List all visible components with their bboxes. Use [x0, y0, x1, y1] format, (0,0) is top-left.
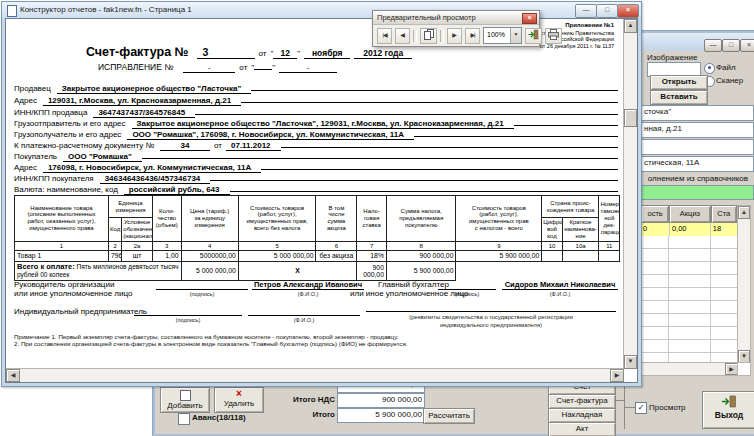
report-icon: [7, 5, 17, 17]
open-button[interactable]: Открыть: [650, 75, 708, 90]
col-header-unit-symbol: Условное обозначение (национальное): [122, 218, 153, 242]
empty-field[interactable]: [641, 139, 754, 155]
designer-titlebar[interactable]: Конструктор отчетов - fak1new.fn - Стран…: [2, 2, 641, 18]
preview-checkbox-label[interactable]: Просмотр: [649, 403, 686, 412]
pages-icon[interactable]: [420, 28, 437, 44]
total-field[interactable]: 5 900 000,00: [337, 408, 425, 423]
scroll-left-icon[interactable]: ◀: [6, 369, 20, 382]
delete-button-label: Удалить: [215, 399, 263, 408]
advance-checkbox-label[interactable]: Аванс(18/118): [192, 413, 246, 422]
signature-line: [248, 315, 360, 316]
col-num: 8: [386, 241, 455, 250]
col-header-rate: Нало- говая ставка: [357, 196, 387, 242]
invoice-month: ноября: [304, 48, 350, 59]
app-minimize-button[interactable]: —: [704, 39, 722, 52]
field-value: российский рубль, 643: [124, 185, 230, 195]
quote: ": [251, 63, 254, 72]
last-page-button[interactable]: ▶|: [465, 28, 480, 44]
grid-header-row: ость Акциз Ста: [641, 205, 737, 223]
print-icon[interactable]: [545, 28, 562, 44]
col-num: 2: [109, 241, 122, 250]
designer-minimize-button[interactable]: —: [575, 4, 597, 18]
fio-hint: (Ф.И.О.): [502, 291, 618, 297]
field-value: 34: [160, 141, 210, 151]
insert-button[interactable]: Вставить: [650, 90, 708, 105]
close-preview-exit-icon[interactable]: [525, 28, 542, 44]
grid-col-rate[interactable]: Ста: [711, 205, 737, 223]
act-button[interactable]: Акт: [548, 422, 616, 436]
radio-scanner-label[interactable]: Сканер: [716, 76, 743, 85]
signature-line: [438, 289, 496, 290]
col-header-cost-wo-tax: Стоимость товаров (работ, услуг), имущес…: [238, 196, 316, 242]
seller-address-field[interactable]: нная, д.21: [641, 122, 754, 138]
advance-checkbox[interactable]: [178, 413, 190, 425]
add-button[interactable]: Добавить: [160, 387, 210, 413]
cell-qty: 1,00: [152, 250, 181, 261]
first-page-button[interactable]: |◀: [377, 28, 392, 44]
exit-door-icon: [703, 395, 754, 410]
preview-titlebar[interactable]: Предварительный просмотр: [373, 11, 539, 25]
waybill-button[interactable]: Накладная: [548, 408, 616, 423]
designer-vscrollbar[interactable]: ▲ ▼: [623, 19, 637, 369]
grid-selected-row[interactable]: 0 0,00 18: [641, 223, 737, 237]
field-underline: [230, 191, 618, 192]
invoice-year: 2012 года: [354, 48, 412, 59]
from-label: от: [259, 49, 267, 58]
col-header-cost-with-tax: Стоимость товаров (работ, услуг), имущес…: [456, 196, 542, 242]
buyer-address-field[interactable]: стическая, 11А: [641, 156, 754, 172]
quote: ": [272, 63, 275, 72]
total-cost-wo-tax: 5 000 000,00: [181, 261, 238, 280]
grid-vscrollbar[interactable]: ▲ ▼: [737, 205, 751, 364]
invoice-day: 12: [273, 48, 297, 59]
cell-price: 5000000,00: [181, 250, 238, 261]
vscroll-thumb[interactable]: [624, 109, 637, 127]
prev-page-button[interactable]: ◀: [395, 28, 410, 44]
scroll-up-icon[interactable]: ▲: [624, 19, 637, 33]
designer-maximize-button[interactable]: □: [596, 4, 618, 18]
zoom-combobox[interactable]: 100% ▼: [483, 27, 522, 44]
signature-line: [156, 289, 248, 290]
app-close-button[interactable]: ×: [740, 39, 754, 52]
grid-scroll-up-icon[interactable]: ▲: [738, 206, 750, 219]
grid-hscrollbar[interactable]: ▶: [641, 362, 739, 376]
col-header-price: Цена (тариф.) за единицу измерения: [181, 196, 238, 242]
from-label: от: [239, 63, 247, 72]
grid-col-excise[interactable]: Акциз: [669, 205, 710, 223]
preview-close-button[interactable]: ×: [522, 13, 537, 24]
col-num: 11: [599, 241, 620, 250]
highlighted-field[interactable]: [641, 185, 754, 200]
radio-file[interactable]: [704, 63, 715, 74]
designer-close-button[interactable]: ×: [617, 4, 639, 18]
preview-checkbox[interactable]: ✓: [635, 402, 647, 414]
grid-col-cost[interactable]: ость: [641, 205, 669, 223]
invoice-factura-button[interactable]: Счет-фактура: [548, 394, 616, 409]
delete-button[interactable]: × Удалить: [214, 387, 264, 413]
scroll-down-icon[interactable]: ▼: [624, 355, 637, 369]
grid-empty-rows[interactable]: [641, 236, 737, 362]
col-header-qty: Коли- чество (объем): [152, 196, 181, 242]
exit-button[interactable]: Выход: [702, 391, 754, 429]
designer-client-area: Приложение №1 к постановлению Правительс…: [5, 18, 638, 383]
fio-hint: (Ф.И.О.): [252, 291, 364, 297]
chevron-down-icon[interactable]: ▼: [510, 28, 521, 43]
exit-button-label: Выход: [703, 410, 754, 420]
total-vat-field[interactable]: 900 000,00: [337, 393, 425, 408]
invoice-preview-page: Приложение №1 к постановлению Правительс…: [6, 19, 624, 369]
calculate-button[interactable]: Рассчитать: [423, 408, 475, 424]
signature-line: [366, 311, 616, 312]
designer-hscrollbar[interactable]: ◀ ▶: [6, 368, 624, 382]
scroll-right-icon[interactable]: ▶: [610, 369, 624, 382]
col-num: 5: [238, 241, 316, 250]
correction-label: ИСПРАВЛЕНИЕ №: [98, 62, 173, 72]
field-value: Закрытое акционерное общество "Ласточка"…: [132, 119, 514, 129]
next-page-button[interactable]: ▶: [447, 28, 462, 44]
col-header-country: Страна проис- хождения товара: [542, 196, 599, 218]
designer-title: Конструктор отчетов - fak1new.fn - Стран…: [20, 2, 192, 18]
field-row: ИНН/КПП продавца3647437437/364576845: [14, 108, 618, 118]
footnote-line: Примечание 1. Первый экземпляр счета-фак…: [14, 333, 398, 340]
app-maximize-button[interactable]: □: [722, 39, 740, 52]
radio-file-label[interactable]: Файл: [716, 63, 736, 72]
seller-name-field[interactable]: сточка": [641, 105, 754, 121]
invoice-table: Наименование товара (описание выполненны…: [14, 195, 620, 281]
director-label: Руководитель организации: [14, 280, 114, 289]
